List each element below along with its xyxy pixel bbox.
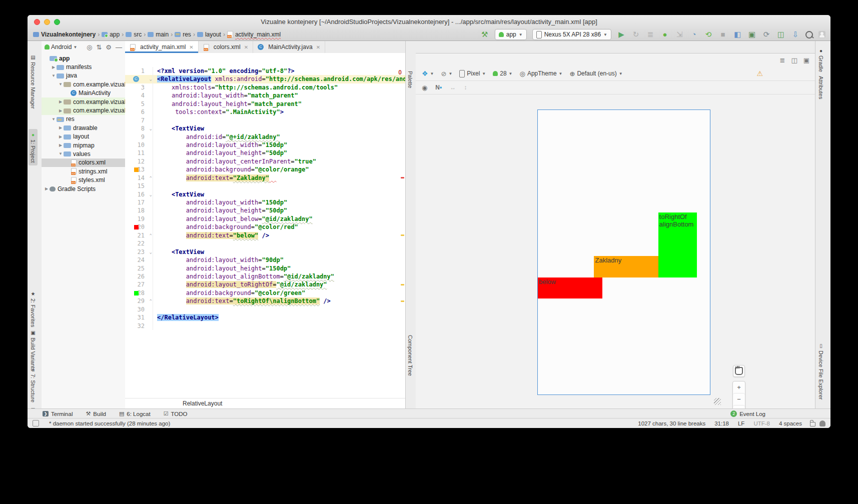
code-line[interactable]: 27 android:layout_toRightOf="@id/zakladn… [125, 280, 405, 288]
tool-strip-tab-2-favorites[interactable]: ★2: Favorites [29, 288, 38, 330]
search-icon[interactable] [805, 31, 813, 38]
code-line[interactable]: 6 tools:context=".MainActivity"> [125, 108, 405, 116]
color-swatch-icon[interactable] [134, 291, 139, 296]
code-line[interactable]: 25 android:layout_height="150dp" [125, 264, 405, 272]
chevron-right-icon[interactable]: ▶ [51, 65, 57, 70]
chevron-right-icon[interactable]: ▶ [58, 143, 64, 148]
run-configuration-select[interactable]: app ▼ [495, 29, 527, 40]
attach-debugger-icon[interactable]: ⇲ [675, 30, 684, 38]
zoom-window-button[interactable] [54, 19, 60, 25]
color-swatch-icon[interactable] [134, 168, 139, 172]
tree-item-res[interactable]: ▼res [42, 115, 125, 124]
code-line[interactable]: 22 [125, 240, 405, 248]
code-line[interactable]: 20 android:background="@color/red" [125, 223, 405, 231]
toolwindow-button-6-logcat[interactable]: ▤6: Logcat [119, 410, 151, 417]
breadcrumb-item[interactable]: main [148, 31, 169, 38]
code-line[interactable]: 29⌃ android:text="toRightOf\nalignBottom… [125, 297, 405, 305]
device-select[interactable]: Nexus 5X API 28 x86 ▼ [532, 29, 611, 40]
code-line[interactable]: 3 xmlns:tools="http://schemas.android.co… [125, 84, 405, 92]
code-line[interactable]: 19 android:layout_below="@id/zakladny" [125, 215, 405, 223]
tool-strip-tab-7-structure[interactable]: ≡7: Structure [29, 366, 38, 406]
code-line[interactable]: 13 android:background="@color/orange" [125, 166, 405, 174]
project-view-select[interactable]: Android ▼ [45, 44, 77, 50]
view-options-icon[interactable]: ◉ [422, 84, 427, 92]
debug-button[interactable]: ● [660, 30, 669, 38]
orientation-select[interactable]: ⊘ ▼ [441, 70, 452, 78]
device-canvas[interactable]: ZakladnytoRightOf alignBottombelow [537, 110, 710, 395]
code-line[interactable]: 1<?xml version="1.0" encoding="utf-8"?> [125, 67, 405, 75]
code-line[interactable]: 23⌄ <TextView [125, 248, 405, 256]
tree-item-colors-xml[interactable]: colors.xml [42, 158, 125, 167]
breadcrumb-item[interactable]: src [126, 31, 142, 38]
tool-strip-tab-resource-manager[interactable]: ▤Resource Manager [29, 52, 38, 112]
close-window-button[interactable] [34, 19, 40, 25]
stop-button[interactable]: ■ [718, 30, 727, 38]
chevron-down-icon[interactable]: ▼ [58, 82, 64, 86]
tool-strip-tab-device-file-explorer[interactable]: ▯Device File Explorer [816, 340, 825, 402]
code-line[interactable]: 30 [125, 306, 405, 314]
breadcrumb-item[interactable]: activity_main.xml [227, 31, 281, 38]
status-stat[interactable]: 1027 chars, 30 line breaks [638, 420, 705, 426]
tree-item-drawable[interactable]: ▶drawable [42, 124, 125, 132]
toolwindow-button-terminal[interactable]: ❯Terminal [43, 410, 73, 417]
chevron-right-icon[interactable]: ▶ [58, 134, 64, 139]
tree-item-mipmap[interactable]: ▶mipmap [42, 141, 125, 150]
canvas-resize-handle[interactable] [714, 398, 721, 405]
close-icon[interactable]: ✕ [244, 44, 248, 50]
code-line[interactable]: 17 android:layout_width="150dp" [125, 198, 405, 206]
fold-end-icon[interactable]: ⌃ [150, 232, 152, 240]
code-line[interactable]: 8⌄ <TextView [125, 124, 405, 132]
build-hammer-button[interactable]: ⚒ [480, 30, 489, 38]
breadcrumb-item[interactable]: app [102, 31, 120, 38]
chevron-right-icon[interactable]: ▶ [58, 108, 64, 113]
close-icon[interactable]: ✕ [316, 44, 320, 50]
tree-item-mainactivity[interactable]: CMainActivity [42, 89, 125, 98]
preview-view-below[interactable]: below [538, 278, 602, 299]
breadcrumb-item[interactable]: Vizualnekontejnery [33, 31, 96, 38]
api-level-select[interactable]: 28 ▼ [493, 70, 512, 77]
code-line[interactable]: 4 android:layout_width="match_parent" [125, 92, 405, 100]
avd-manager-icon[interactable]: ▣ [747, 30, 756, 38]
lock-icon[interactable] [810, 422, 815, 426]
hide-panel-icon[interactable]: — [116, 44, 122, 51]
breadcrumb-item[interactable]: res [175, 31, 191, 38]
fold-open-icon[interactable]: ⌄ [150, 190, 152, 198]
code-line[interactable]: 31</RelativeLayout> [125, 314, 405, 322]
toolwindow-toggle-icon[interactable] [33, 420, 39, 426]
code-line[interactable]: 28 android:background="@color/green" [125, 289, 405, 297]
close-icon[interactable]: ✕ [189, 44, 193, 50]
code-line[interactable]: 9 android:id="@+id/zakladny" [125, 133, 405, 141]
locate-file-icon[interactable]: ◎ [87, 44, 92, 51]
tree-item-app[interactable]: app [42, 54, 125, 62]
view-text-icon[interactable]: ≣ [780, 56, 785, 64]
code-line[interactable]: 5 android:layout_height="match_parent" [125, 100, 405, 108]
rerun-icon[interactable]: ↻ [631, 30, 640, 38]
code-line[interactable]: 18 android:layout_height="50dp" [125, 206, 405, 214]
chevron-down-icon[interactable]: ▼ [51, 74, 57, 78]
tree-item-com-example-vizualne[interactable]: ▶com.example.vizualne [42, 106, 125, 114]
profiler-button[interactable]: ◔ [689, 30, 698, 38]
chevron-right-icon[interactable]: ▶ [58, 100, 64, 104]
warning-stripe-mark[interactable] [401, 234, 404, 236]
run-with-coverage-icon[interactable]: ≣ [646, 30, 655, 38]
tree-item-gradle-scripts[interactable]: ▶Gradle Scripts [42, 184, 125, 193]
render-warning-icon[interactable]: ⚠ [756, 70, 763, 78]
run-button[interactable]: ▶ [617, 30, 626, 38]
view-design-icon[interactable]: ▣ [803, 56, 809, 64]
chevron-down-icon[interactable]: ▼ [51, 117, 57, 122]
fold-end-icon[interactable]: ⌃ [150, 297, 152, 305]
fold-end-icon[interactable]: ⌃ [150, 174, 152, 182]
theme-select[interactable]: ◎ AppTheme ▼ [520, 70, 563, 78]
editor-tab-mainactivity-java[interactable]: CMainActivity.java✕ [253, 41, 325, 53]
code-line[interactable]: 16⌄ <TextView [125, 190, 405, 198]
fold-open-icon[interactable]: ⌄ [150, 248, 152, 256]
code-line[interactable]: 32 [125, 322, 405, 330]
settings-gear-icon[interactable]: ⚙ [106, 44, 112, 51]
code-line[interactable]: 12 android:layout_centerInParent="true" [125, 158, 405, 166]
code-line[interactable]: 11 android:layout_height="50dp" [125, 149, 405, 157]
code-line[interactable]: 10 android:layout_width="150dp" [125, 141, 405, 149]
code-line[interactable]: 24 android:layout_width="90dp" [125, 256, 405, 264]
toolwindow-button-build[interactable]: ⚒Build [86, 410, 106, 417]
status-stat[interactable]: 31:18 [714, 420, 729, 426]
status-stat[interactable]: 4 spaces [779, 420, 802, 426]
